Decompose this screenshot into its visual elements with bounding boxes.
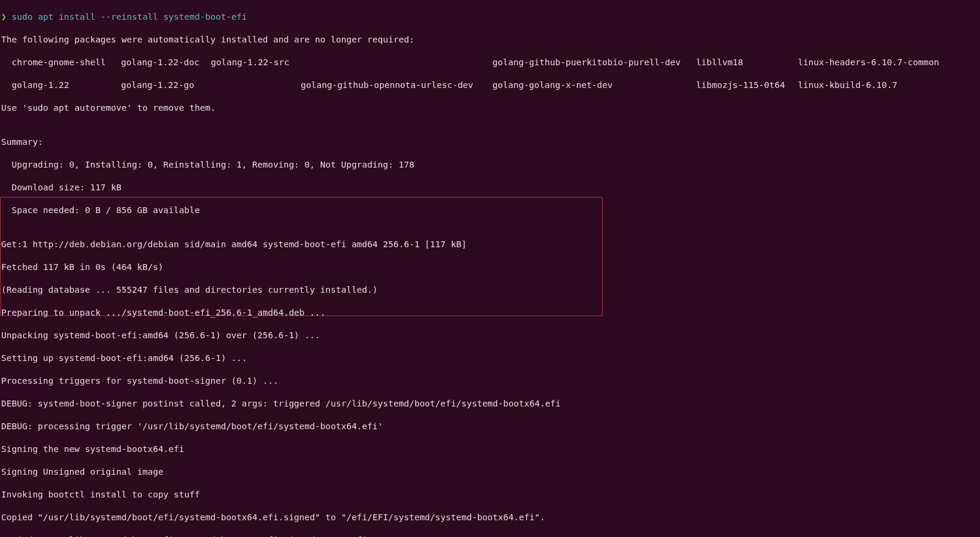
output-line: Processing triggers for systemd-boot-sig… <box>1 375 979 387</box>
output-line: Setting up systemd-boot-efi:amd64 (256.6… <box>1 353 979 364</box>
output-line: Fetched 117 kB in 0s (464 kB/s) <box>1 262 979 273</box>
output-line: Download size: 117 kB <box>1 182 979 193</box>
output-line: Get:1 http://deb.debian.org/debian sid/m… <box>1 239 979 250</box>
prompt-symbol: ❯ <box>1 12 7 22</box>
output-line: (Reading database ... 555247 files and d… <box>1 284 979 296</box>
command-line: ❯ sudo apt install --reinstall systemd-b… <box>1 11 979 23</box>
output-line: DEBUG: systemd-boot-signer postinst call… <box>1 398 979 409</box>
output-line: Use 'sudo apt autoremove' to remove them… <box>1 102 979 114</box>
output-line: The following packages were automaticall… <box>1 34 979 45</box>
output-line: Summary: <box>1 136 979 148</box>
output-line: Signing the new systemd-bootx64.efi <box>1 444 979 455</box>
output-line: Space needed: 0 B / 856 GB available <box>1 205 979 216</box>
output-line: Signing Unsigned original image <box>1 466 979 478</box>
command-sudo: sudo <box>11 12 32 22</box>
output-line: Copied "/usr/lib/systemd/boot/efi/system… <box>1 535 979 537</box>
output-line: Upgrading: 0, Installing: 0, Reinstallin… <box>1 159 979 171</box>
output-line: Copied "/usr/lib/systemd/boot/efi/system… <box>1 512 979 523</box>
output-line: Invoking bootctl install to copy stuff <box>1 489 979 500</box>
terminal-output[interactable]: ❯ sudo apt install --reinstall systemd-b… <box>0 0 980 537</box>
output-line: Unpacking systemd-boot-efi:amd64 (256.6-… <box>1 330 979 341</box>
command-args: apt install --reinstall systemd-boot-efi <box>38 12 247 22</box>
package-row: golang-1.22golang-1.22-gogolang-github-o… <box>1 80 979 91</box>
output-line: Preparing to unpack .../systemd-boot-efi… <box>1 307 979 318</box>
package-row: chrome-gnome-shellgolang-1.22-docgolang-… <box>1 57 979 68</box>
output-line: DEBUG: processing trigger '/usr/lib/syst… <box>1 421 979 432</box>
